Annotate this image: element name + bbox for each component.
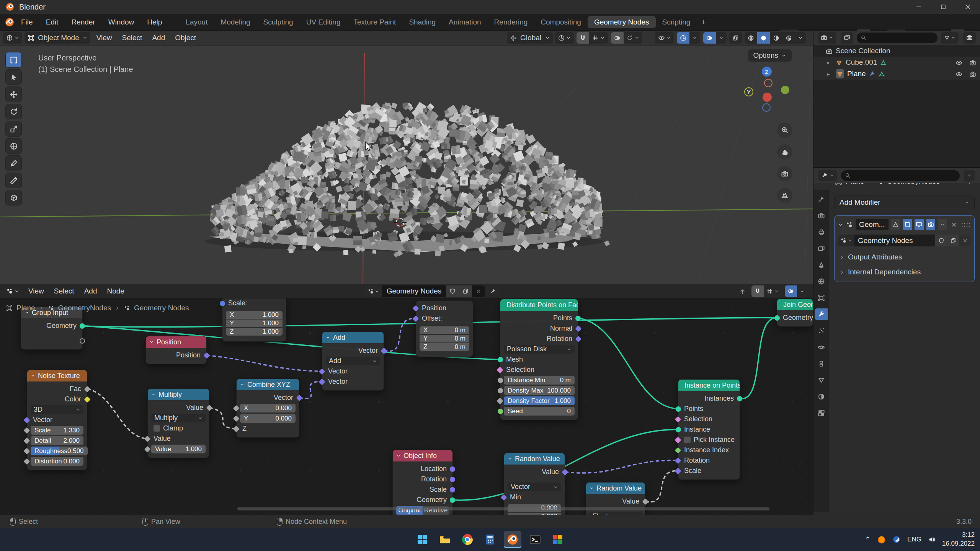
pin-button[interactable] [486,285,499,297]
socket-mesh[interactable] [498,357,503,362]
socket-scale-[interactable] [220,301,225,306]
properties-tab-datatri[interactable] [815,374,828,386]
node-header[interactable]: Random Value [586,483,645,494]
socket-instance[interactable] [676,427,681,432]
node-value-field[interactable]: Scale1.330 [31,426,83,435]
node-group-selector[interactable]: Geometry Nodes [364,285,485,297]
socket-geometry[interactable] [450,497,455,503]
language-indicator[interactable]: ENG [907,536,921,543]
viewport-menu-select[interactable]: Select [117,34,147,42]
node-editor[interactable]: ViewSelectAddNode Geometry Nodes PlaneGe… [0,284,813,515]
pivot-point-selector[interactable] [555,32,574,44]
node-dropdown[interactable]: Float [590,512,642,515]
menu-file[interactable]: File [15,18,39,26]
overlays-toggle[interactable] [703,32,727,44]
realtime-display-toggle[interactable] [915,219,924,230]
socket-seed[interactable] [498,409,503,414]
socket-instances[interactable] [737,396,742,401]
properties-tab-tool[interactable] [815,193,828,205]
properties-tab-images[interactable] [815,243,828,254]
socket-rotation[interactable] [450,477,455,482]
snap-controls[interactable] [577,32,608,44]
taskbar-calc-button[interactable] [481,531,499,548]
modifier-name-field[interactable]: Geom... [856,219,889,230]
node-header[interactable]: Distribute Points on Faces [500,299,578,311]
properties-tab-camera[interactable] [815,210,828,221]
node-header[interactable]: Position [146,336,206,348]
render-toggle[interactable] [969,58,976,67]
workspace-tab-geometry-nodes[interactable]: Geometry Nodes [588,16,656,28]
checkbox[interactable] [684,437,691,443]
viewport-menu-view[interactable]: View [91,34,117,42]
node-position[interactable]: PositionPosition [145,336,207,364]
tool-transform[interactable] [5,138,22,154]
node-dropdown[interactable]: Multiply [151,414,206,422]
node-value-field[interactable]: Density Max100.000 [504,386,575,395]
socket-x[interactable] [233,405,240,411]
socket-roughness[interactable] [24,448,30,454]
workspace-tab-compositing[interactable]: Compositing [534,16,588,28]
node-header[interactable]: Join Geom... [777,299,813,310]
menu-help[interactable]: Help [140,18,168,26]
workspace-tab-shading[interactable]: Shading [402,16,442,28]
node-vector-field[interactable]: Z0 m [420,343,469,351]
edit-mode-toggle[interactable] [891,219,900,230]
node-menu-node[interactable]: Node [102,287,129,295]
taskbar-windows-button[interactable] [413,531,431,548]
node-header[interactable]: Object Info [393,450,452,461]
editor-type-button[interactable] [3,32,22,44]
node-value-field[interactable]: Value1.000 [151,445,206,453]
workspace-tab-layout[interactable]: Layout [179,16,214,28]
node-random1[interactable]: Random ValueValueVectorMin:0.0000.000 [504,453,565,515]
node-checkbox-row[interactable]: Pick Instance [678,435,740,445]
gizmo-axis-z[interactable]: Z [762,67,772,77]
maximize-button[interactable] [931,0,956,14]
node-dropdown[interactable]: Vector [508,483,561,491]
node-join[interactable]: Join Geom...Geometry [777,298,813,327]
outliner-display-mode[interactable] [818,32,836,44]
socket-scale[interactable] [450,487,455,492]
node-value-field[interactable]: Seed0 [504,407,575,416]
outliner-row-cube-001[interactable]: ▸ Cube.001 [813,57,980,68]
expand-arrow[interactable]: ▸ [827,71,833,77]
nav-camera-view-button[interactable] [777,166,792,181]
properties-tab-globe[interactable] [815,276,828,287]
viewport-3d[interactable]: Object ModeViewSelectAddObject Global Us… [0,31,813,284]
node-multiply[interactable]: MultiplyValueMultiplyClampValueValue1.00… [147,388,209,458]
expand-icon[interactable] [838,220,843,229]
tool-measure[interactable] [5,173,22,188]
menu-edit[interactable]: Edit [39,18,65,26]
node-dropdown[interactable]: Poisson Disk [504,345,575,354]
socket-distance-min[interactable] [498,378,503,383]
object-name[interactable]: Plane [847,70,866,78]
blender-menu-icon[interactable] [5,17,15,27]
nav-zoom-button[interactable] [777,122,792,138]
gizmo-axis-x[interactable] [763,93,772,102]
properties-tab-physics[interactable] [815,341,828,353]
navigation-gizmo[interactable]: ZY [738,60,795,118]
node-combine[interactable]: Combine XYZVectorX0.000Y0.000Z [236,378,299,438]
socket-points[interactable] [575,316,581,321]
options-button[interactable]: Options [748,49,792,62]
tool-box-select[interactable] [5,52,22,68]
close-button[interactable] [956,0,980,14]
socket-density-max[interactable] [498,388,503,393]
node-dropdown[interactable]: Add [326,357,380,365]
node-snap-controls[interactable] [751,285,782,297]
close-icon[interactable] [959,235,971,246]
socket-out[interactable] [80,338,85,344]
workspace-tab-uv-editing[interactable]: UV Editing [300,16,347,28]
node-value-field[interactable]: Distance Min0 m [504,376,575,385]
properties-tab-printer[interactable] [815,226,828,238]
node-editor-scrollbar[interactable] [237,507,769,510]
properties-tab-objsq[interactable] [815,292,828,303]
socket-pick-instance[interactable] [675,437,681,443]
mode-selector[interactable]: Object Mode [24,32,90,44]
speaker-icon[interactable] [928,536,936,544]
viewport-menu-object[interactable]: Object [170,34,201,42]
properties-editor-type[interactable] [818,170,837,181]
outliner-filter-icon[interactable] [841,32,853,44]
node-value-field[interactable]: Distortion0.000 [31,457,83,466]
node-checkbox-row[interactable]: Clamp [148,423,209,434]
socket-y[interactable] [233,415,240,422]
